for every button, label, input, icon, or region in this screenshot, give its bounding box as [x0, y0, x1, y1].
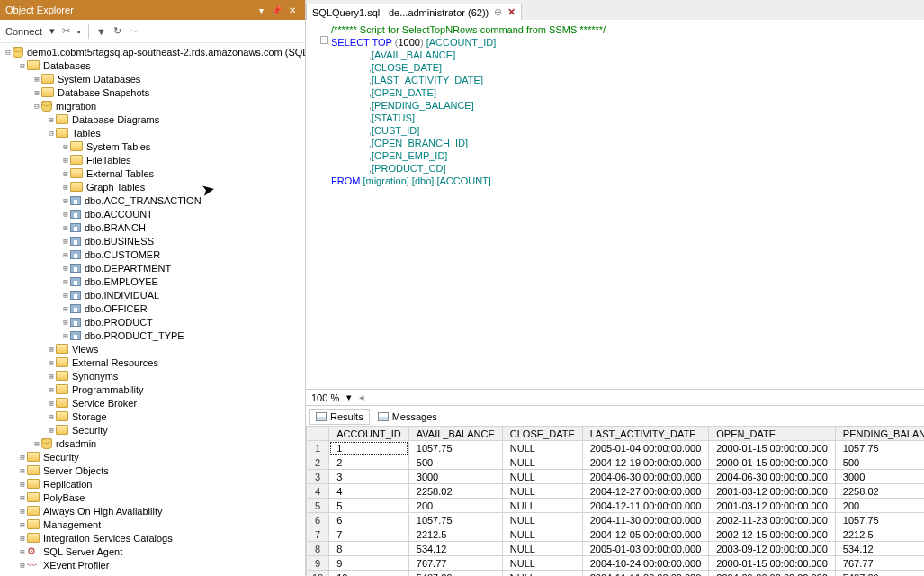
tree-node-product[interactable]: ⊞dbo.PRODUCT: [0, 315, 305, 328]
disconnect-icon[interactable]: ✂: [62, 25, 70, 37]
grid-cell[interactable]: 2004-11-11 00:00:00.000: [582, 571, 709, 577]
stop-icon[interactable]: ▪: [77, 26, 81, 37]
table-row[interactable]: 442258.02NULL2004-12-27 00:00:00.0002001…: [307, 484, 925, 499]
grid-cell[interactable]: 2000-01-15 00:00:00.000: [709, 556, 836, 571]
tree-node-individual[interactable]: ⊞dbo.INDIVIDUAL: [0, 288, 305, 302]
tree-node-officer[interactable]: ⊞dbo.OFFICER: [0, 302, 305, 315]
tree-node-security[interactable]: ⊞Security: [0, 450, 305, 464]
grid-cell[interactable]: 200: [408, 499, 502, 513]
grid-cell[interactable]: 2004-06-30 00:00:00.000: [582, 470, 709, 484]
grid-cell[interactable]: 500: [835, 455, 924, 470]
grid-cell[interactable]: 2258.02: [835, 484, 924, 499]
activity-icon[interactable]: ⁓: [129, 25, 139, 37]
grid-cell[interactable]: 1057.75: [835, 513, 924, 527]
grid-cell[interactable]: NULL: [502, 499, 582, 513]
grid-cell[interactable]: 2004-12-27 00:00:00.000: [582, 484, 709, 499]
grid-cell[interactable]: NULL: [502, 484, 582, 499]
grid-cell[interactable]: 2004-06-30 00:00:00.000: [709, 470, 836, 484]
tree-node-business[interactable]: ⊞dbo.BUSINESS: [0, 234, 305, 248]
close-icon[interactable]: ✕: [285, 5, 300, 15]
grid-cell[interactable]: 200: [835, 499, 924, 513]
tree-node-databases[interactable]: ⊟Databases: [0, 58, 305, 72]
tree-node-sqlagent[interactable]: ⊞⚙SQL Server Agent: [0, 544, 305, 558]
grid-cell[interactable]: 9: [329, 556, 409, 571]
results-grid[interactable]: ACCOUNT_IDAVAIL_BALANCECLOSE_DATELAST_AC…: [306, 426, 924, 576]
tree-node-polybase[interactable]: ⊞PolyBase: [0, 490, 305, 504]
row-number[interactable]: 4: [307, 484, 329, 499]
grid-cell[interactable]: 3000: [408, 470, 502, 484]
table-row[interactable]: 111057.75NULL2005-01-04 00:00:00.0002000…: [307, 441, 925, 455]
column-header[interactable]: CLOSE_DATE: [502, 427, 582, 441]
grid-cell[interactable]: NULL: [502, 455, 582, 470]
editor-tab[interactable]: SQLQuery1.sql - de...administrator (62))…: [306, 4, 522, 20]
grid-cell[interactable]: 2005-01-04 00:00:00.000: [582, 441, 709, 455]
row-number[interactable]: 6: [307, 513, 329, 527]
tree-node-svcbroker[interactable]: ⊞Service Broker: [0, 396, 305, 410]
results-grid-wrap[interactable]: ACCOUNT_IDAVAIL_BALANCECLOSE_DATELAST_AC…: [306, 426, 924, 576]
grid-cell[interactable]: 1057.75: [408, 441, 502, 455]
grid-cell[interactable]: NULL: [502, 527, 582, 542]
sql-editor[interactable]: − /****** Script for SelectTopNRows comm…: [306, 20, 924, 389]
tree-node-dbdiag[interactable]: ⊞Database Diagrams: [0, 112, 305, 126]
row-number[interactable]: 2: [307, 455, 329, 470]
grid-cell[interactable]: 767.77: [408, 556, 502, 571]
grid-cell[interactable]: 2002-12-15 00:00:00.000: [709, 527, 836, 542]
tree-node-replication[interactable]: ⊞Replication: [0, 477, 305, 490]
grid-cell[interactable]: 2212.5: [835, 527, 924, 542]
grid-cell[interactable]: NULL: [502, 441, 582, 455]
tree-node-isc[interactable]: ⊞Integration Services Catalogs: [0, 531, 305, 544]
grid-cell[interactable]: NULL: [502, 556, 582, 571]
tree-node-extres[interactable]: ⊞External Resources: [0, 356, 305, 369]
table-row[interactable]: 22500NULL2004-12-19 00:00:00.0002000-01-…: [307, 455, 925, 470]
pin-icon[interactable]: 📌: [267, 5, 285, 15]
grid-cell[interactable]: 2004-10-24 00:00:00.000: [582, 556, 709, 571]
grid-cell[interactable]: 4: [329, 484, 409, 499]
grid-cell[interactable]: 2001-03-12 00:00:00.000: [709, 484, 836, 499]
tree-node-sysdb[interactable]: ⊞System Databases: [0, 72, 305, 86]
grid-cell[interactable]: 2004-11-30 00:00:00.000: [582, 513, 709, 527]
row-number[interactable]: 9: [307, 556, 329, 571]
row-number[interactable]: 7: [307, 527, 329, 542]
table-row[interactable]: 661057.75NULL2004-11-30 00:00:00.0002002…: [307, 513, 925, 527]
grid-cell[interactable]: 767.77: [835, 556, 924, 571]
table-row[interactable]: 99767.77NULL2004-10-24 00:00:00.0002000-…: [307, 556, 925, 571]
grid-cell[interactable]: NULL: [502, 542, 582, 556]
tree-node-migration[interactable]: ⊟migration: [0, 99, 305, 112]
grid-cell[interactable]: 2000-01-15 00:00:00.000: [709, 441, 836, 455]
grid-cell[interactable]: 2002-11-23 00:00:00.000: [709, 513, 836, 527]
row-number[interactable]: 1: [307, 441, 329, 455]
tree-node-systables[interactable]: ⊞System Tables: [0, 140, 305, 153]
zoom-dropdown-icon[interactable]: ▾: [346, 392, 352, 403]
tree-node-storage[interactable]: ⊞Storage: [0, 410, 305, 423]
object-explorer-tree[interactable]: ⊟demo1.cobmt5rtagsq.ap-southeast-2.rds.a…: [0, 43, 305, 576]
grid-cell[interactable]: 534.12: [835, 542, 924, 556]
grid-cell[interactable]: 5487.09: [408, 571, 502, 577]
tree-node-department[interactable]: ⊞dbo.DEPARTMENT: [0, 261, 305, 274]
grid-cell[interactable]: NULL: [502, 470, 582, 484]
tree-node-customer[interactable]: ⊞dbo.CUSTOMER: [0, 248, 305, 261]
grid-cell[interactable]: 500: [408, 455, 502, 470]
row-number[interactable]: 5: [307, 499, 329, 513]
zoom-select[interactable]: 100 %: [311, 392, 339, 403]
row-number[interactable]: 10: [307, 571, 329, 577]
table-row[interactable]: 10105487.09NULL2004-11-11 00:00:00.00020…: [307, 571, 925, 577]
dropdown-icon[interactable]: ▾: [256, 5, 267, 15]
grid-cell[interactable]: 7: [329, 527, 409, 542]
tree-node-tables[interactable]: ⊟Tables: [0, 126, 305, 140]
column-header[interactable]: LAST_ACTIVITY_DATE: [582, 427, 709, 441]
grid-cell[interactable]: 2004-09-30 00:00:00.000: [709, 571, 836, 577]
grid-cell[interactable]: 2005-01-03 00:00:00.000: [582, 542, 709, 556]
column-header[interactable]: ACCOUNT_ID: [329, 427, 409, 441]
tree-node-acc-trans[interactable]: ⊞dbo.ACC_TRANSACTION: [0, 194, 305, 207]
code-fold-icon[interactable]: −: [320, 36, 328, 44]
grid-cell[interactable]: 2000-01-15 00:00:00.000: [709, 455, 836, 470]
grid-cell[interactable]: NULL: [502, 513, 582, 527]
grid-cell[interactable]: 1: [329, 441, 409, 455]
tree-node-views[interactable]: ⊞Views: [0, 342, 305, 356]
tree-node-product-type[interactable]: ⊞dbo.PRODUCT_TYPE: [0, 328, 305, 342]
grid-cell[interactable]: 1057.75: [835, 441, 924, 455]
tree-node-dbsnap[interactable]: ⊞Database Snapshots: [0, 86, 305, 99]
close-icon[interactable]: ✕: [507, 6, 516, 18]
grid-cell[interactable]: 2212.5: [408, 527, 502, 542]
table-row[interactable]: 55200NULL2004-12-11 00:00:00.0002001-03-…: [307, 499, 925, 513]
